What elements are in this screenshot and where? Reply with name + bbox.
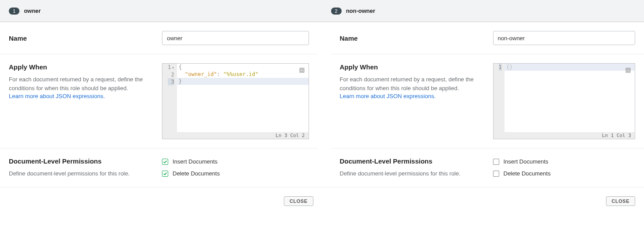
tab-non-owner[interactable]: 2 non-owner (322, 0, 644, 22)
svg-rect-0 (300, 68, 304, 72)
checkbox-insert-documents[interactable]: Insert Documents (493, 158, 636, 165)
tab-label: owner (24, 8, 41, 14)
name-label: Name (340, 34, 484, 42)
tab-badge: 1 (9, 8, 19, 15)
doc-perms-desc: Define document-level permissions for th… (340, 169, 484, 178)
json-editor[interactable]: 1▾ 2 3 { "owner_id": "%%user.id" } (162, 63, 309, 139)
close-button[interactable]: CLOSE (606, 196, 635, 206)
doc-perms-label: Document-Level Permissions (9, 157, 153, 165)
apply-when-label: Apply When (9, 63, 153, 71)
svg-rect-1 (301, 69, 303, 72)
apply-when-desc: For each document returned by a request,… (340, 75, 484, 92)
checkbox-insert-documents[interactable]: Insert Documents (162, 158, 309, 165)
checkbox-icon (493, 171, 499, 177)
checkbox-label: Delete Documents (173, 170, 220, 177)
apply-when-label: Apply When (340, 63, 484, 71)
expand-icon[interactable] (298, 66, 306, 74)
fold-icon[interactable]: ▾ (172, 64, 174, 71)
tab-badge: 2 (331, 8, 342, 15)
checkbox-label: Insert Documents (504, 158, 549, 165)
name-input[interactable] (162, 31, 309, 45)
expand-icon[interactable] (624, 66, 632, 74)
checkbox-delete-documents[interactable]: Delete Documents (162, 170, 309, 177)
close-button[interactable]: CLOSE (284, 196, 313, 206)
doc-perms-label: Document-Level Permissions (340, 157, 484, 165)
learn-more-link[interactable]: Learn more about JSON expressions. (340, 93, 436, 99)
checkbox-icon (162, 171, 168, 177)
checkbox-icon (162, 159, 168, 165)
checkbox-icon (493, 159, 499, 165)
svg-rect-3 (627, 69, 629, 72)
json-editor[interactable]: 1 {} Ln 1 Col 3 (493, 63, 636, 139)
checkbox-delete-documents[interactable]: Delete Documents (493, 170, 636, 177)
editor-gutter: 1 (493, 64, 505, 132)
name-label: Name (9, 34, 153, 42)
editor-status: Ln 3 Col 2 (162, 132, 309, 139)
editor-gutter: 1▾ 2 3 (162, 64, 177, 132)
code-area[interactable]: {} (505, 64, 635, 132)
checkbox-label: Delete Documents (504, 170, 551, 177)
code-area[interactable]: { "owner_id": "%%user.id" } (177, 64, 309, 132)
name-input[interactable] (493, 31, 636, 45)
role-panel-non-owner: Name Apply When For each document return… (322, 22, 644, 187)
tab-label: non-owner (346, 8, 375, 14)
checkbox-label: Insert Documents (173, 158, 218, 165)
editor-status: Ln 1 Col 3 (493, 132, 635, 139)
learn-more-link[interactable]: Learn more about JSON expressions. (9, 93, 105, 99)
tab-owner[interactable]: 1 owner (0, 0, 322, 22)
svg-rect-2 (626, 68, 630, 72)
doc-perms-desc: Define document-level permissions for th… (9, 169, 153, 178)
apply-when-desc: For each document returned by a request,… (9, 75, 153, 92)
role-tabs: 1 owner 2 non-owner (0, 0, 644, 22)
role-panel-owner: Name Apply When For each document return… (0, 22, 322, 187)
